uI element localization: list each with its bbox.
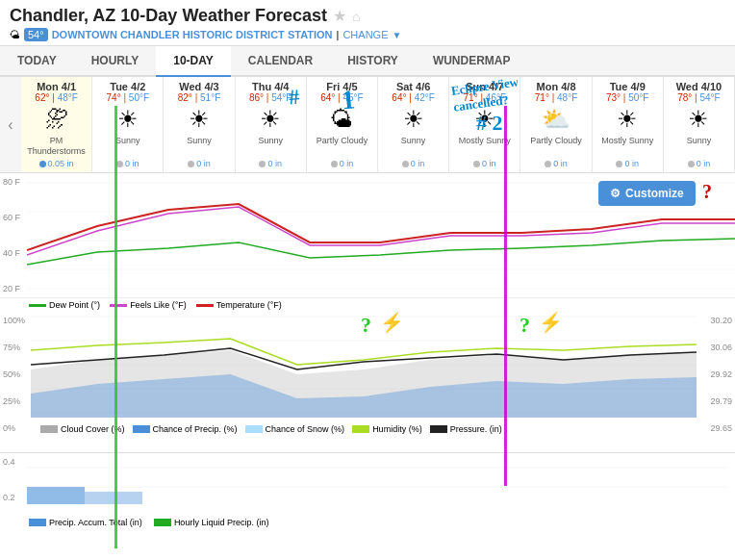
- legend-precip-total-label: Precip. Accum. Total (in): [49, 518, 142, 527]
- forecast-day-7[interactable]: Mon 4/8 71° | 48°F ⛅ Partly Cloudy 0 in: [520, 77, 592, 172]
- legend-dew-label: Dew Point (°): [49, 300, 100, 310]
- day-condition-7: Partly Cloudy: [522, 136, 589, 159]
- legend-snow-line: [245, 425, 263, 433]
- legend-hourly-liquid-label: Hourly Liquid Precip. (in): [174, 518, 269, 527]
- day-icon-8: ☀: [595, 106, 661, 133]
- legend-humidity-line: [352, 425, 369, 433]
- forecast-day-4[interactable]: Fri 4/5 64° | 45°F 🌤 Partly Cloudy 0 in: [307, 77, 378, 172]
- legend-pressure-line: [430, 425, 447, 433]
- day-icon-1: ☀: [94, 106, 161, 133]
- day-condition-3: Sunny: [238, 136, 304, 159]
- day-precip-8: 0 in: [595, 159, 661, 168]
- temp-chart-labels: 80 F 60 F 40 F 20 F: [0, 173, 27, 297]
- home-icon[interactable]: ⌂: [352, 9, 360, 24]
- day-precip-9: 0 in: [666, 159, 732, 168]
- forecast-day-0[interactable]: Mon 4/1 62° | 48°F ⛈ PM Thunderstorms 0.…: [21, 77, 92, 172]
- precip-dot-2: [188, 161, 194, 167]
- charts-area: 80 F 60 F 40 F 20 F: [0, 173, 735, 452]
- prev-nav[interactable]: ‹: [0, 77, 21, 172]
- precip-dot-9: [688, 161, 695, 167]
- customize-button[interactable]: ⚙ Customize: [598, 181, 696, 206]
- day-condition-2: Sunny: [165, 136, 232, 159]
- precip-dot-3: [259, 161, 266, 167]
- day-icon-6: ☀: [451, 106, 518, 133]
- tab-calendar[interactable]: CALENDAR: [231, 46, 330, 77]
- temp-chart-legend: Dew Point (°) Feels Like (°F) Temperatur…: [0, 298, 735, 312]
- legend-feels-line: [110, 304, 127, 307]
- tab-history[interactable]: HISTORY: [330, 46, 416, 77]
- legend-hourly-liquid-line: [154, 519, 171, 526]
- legend-precip-chance-label: Chance of Precip. (%): [153, 424, 238, 434]
- right-label-2: 30.06: [701, 343, 732, 352]
- forecast-day-5[interactable]: Sat 4/6 64° | 42°F ☀ Sunny 0 in: [378, 77, 449, 172]
- legend-snow-label: Chance of Snow (%): [266, 424, 345, 434]
- legend-dew-line: [29, 304, 46, 307]
- lower-labels-left: 100% 75% 50% 25% 0%: [0, 312, 31, 437]
- star-icon[interactable]: ★: [333, 7, 346, 25]
- right-label-1: 30.20: [701, 316, 732, 325]
- lower-label-75: 75%: [3, 343, 28, 352]
- tab-today[interactable]: TODAY: [0, 46, 74, 77]
- day-temps-7: 71° | 48°F: [522, 92, 589, 103]
- day-header-4: Fri 4/5: [309, 81, 375, 92]
- legend-precip-chance: Chance of Precip. (%): [133, 424, 238, 434]
- change-link[interactable]: CHANGE: [342, 29, 388, 40]
- forecast-day-3[interactable]: Thu 4/4 86° | 54°F ☀ Sunny 0 in: [236, 77, 307, 172]
- forecast-day-2[interactable]: Wed 4/3 82° | 51°F ☀ Sunny 0 in: [164, 77, 235, 172]
- legend-dew-point: Dew Point (°): [29, 300, 100, 310]
- lower-chart: 100% 75% 50% 25% 0% 30.20 30.06 29.92 29…: [0, 312, 735, 437]
- day-temps-2: 82° | 51°F: [165, 92, 232, 103]
- day-condition-8: Mostly Sunny: [595, 136, 661, 159]
- tab-10day[interactable]: 10-DAY: [156, 46, 231, 77]
- day-precip-7: 0 in: [522, 159, 589, 168]
- day-precip-3: 0 in: [238, 159, 304, 168]
- legend-snow-chance: Chance of Snow (%): [245, 424, 345, 434]
- station-link[interactable]: DOWNTOWN CHANDLER HISTORIC DISTRICT STAT…: [52, 29, 333, 40]
- svg-rect-15: [85, 492, 142, 504]
- precip-dot-6: [473, 161, 480, 167]
- day-condition-4: Partly Cloudy: [309, 136, 375, 159]
- precip-label-02: 0.2: [3, 493, 24, 502]
- tab-wundermap[interactable]: WUNDERMAP: [416, 46, 528, 77]
- day-temps-1: 74° | 50°F: [94, 92, 161, 103]
- current-temp: 54°: [24, 28, 48, 41]
- customize-label: Customize: [625, 187, 684, 200]
- legend-cloud-line: [40, 425, 58, 433]
- forecast-day-8[interactable]: Tue 4/9 73° | 50°F ☀ Mostly Sunny 0 in: [593, 77, 664, 172]
- day-header-1: Tue 4/2: [94, 81, 161, 92]
- day-icon-3: ☀: [238, 106, 304, 133]
- legend-cloud-label: Cloud Cover (%): [61, 424, 125, 434]
- precip-chart-svg: [27, 453, 729, 506]
- day-temps-0: 62° | 48°F: [23, 92, 89, 103]
- precip-dot-1: [116, 161, 123, 167]
- day-temps-8: 73° | 50°F: [595, 92, 661, 103]
- legend-temperature: Temperature (°F): [196, 300, 282, 310]
- legend-precip-chance-line: [133, 425, 150, 433]
- day-condition-9: Sunny: [666, 136, 732, 159]
- separator: |: [337, 29, 340, 40]
- legend-humidity: Humidity (%): [352, 424, 422, 434]
- svg-rect-14: [27, 487, 85, 504]
- forecast-day-1[interactable]: Tue 4/2 74° | 50°F ☀ Sunny 0 in: [92, 77, 164, 172]
- navigation-tabs: TODAY HOURLY 10-DAY CALENDAR HISTORY WUN…: [0, 46, 735, 77]
- day-header-9: Wed 4/10: [666, 81, 732, 92]
- forecast-day-6[interactable]: Sun 4/7 71° | 46°F ☀ Mostly Sunny 0 in: [449, 77, 520, 172]
- legend-feels-like: Feels Like (°F): [110, 300, 187, 310]
- lower-label-100: 100%: [3, 316, 28, 325]
- lower-label-50: 50%: [3, 369, 28, 379]
- day-precip-2: 0 in: [165, 159, 232, 168]
- day-header-8: Tue 4/9: [595, 81, 661, 92]
- legend-pressure-label: Pressure. (in): [450, 424, 502, 434]
- tab-hourly[interactable]: HOURLY: [74, 46, 157, 77]
- day-precip-6: 0 in: [451, 159, 518, 168]
- page-header: Chandler, AZ 10-Day Weather Forecast ★ ⌂…: [0, 0, 735, 46]
- day-header-5: Sat 4/6: [380, 81, 446, 92]
- forecast-row: ‹ Mon 4/1 62° | 48°F ⛈ PM Thunderstorms …: [0, 77, 735, 173]
- page-title: Chandler, AZ 10-Day Weather Forecast: [10, 6, 327, 26]
- day-temps-6: 71° | 46°F: [451, 92, 518, 103]
- day-temps-4: 64° | 45°F: [309, 92, 375, 103]
- forecast-day-9[interactable]: Wed 4/10 78° | 54°F ☀ Sunny 0 in: [664, 77, 735, 172]
- forecast-days: Mon 4/1 62° | 48°F ⛈ PM Thunderstorms 0.…: [21, 77, 735, 172]
- right-label-4: 29.79: [701, 396, 732, 406]
- temp-label-60: 60 F: [3, 213, 24, 222]
